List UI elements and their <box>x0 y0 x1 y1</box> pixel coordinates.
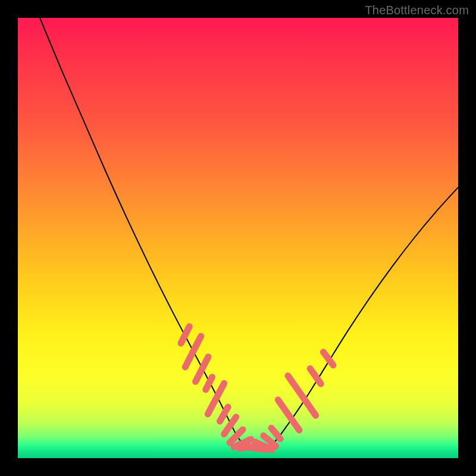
svg-rect-0 <box>177 322 194 347</box>
curve-layer <box>18 18 458 458</box>
curve-marker <box>274 395 304 434</box>
bottleneck-curve <box>40 18 458 449</box>
curve-marker <box>306 364 325 389</box>
svg-rect-14 <box>274 395 304 434</box>
chart-frame: TheBottleneck.com <box>0 0 476 476</box>
plot-area <box>18 18 458 458</box>
svg-rect-16 <box>306 364 325 389</box>
attribution-label: TheBottleneck.com <box>365 4 469 17</box>
curve-marker <box>177 322 194 347</box>
